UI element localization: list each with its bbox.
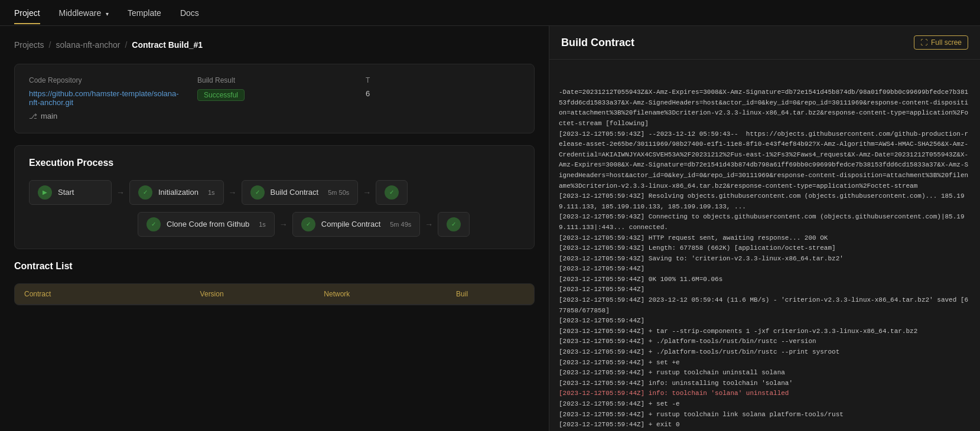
breadcrumb-current: Contract Build_#1 — [132, 40, 203, 50]
start-icon: ▶ — [38, 185, 52, 200]
nav-project-label: Project — [14, 8, 40, 18]
log-content: -Date=20231212T055943Z&X-Amz-Expires=300… — [549, 60, 980, 431]
log-line: [2023-12-12T05:59:44Z] + exit 0 — [559, 420, 971, 430]
step-build-time: 5m 50s — [328, 189, 349, 196]
arrow-1: → — [116, 188, 125, 197]
repo-link[interactable]: https://github.com/hamster-template/sola… — [29, 89, 179, 107]
log-line: [2023-12-12T05:59:44Z] — [559, 316, 971, 326]
process-row-1: ▶ Start → ✓ Initialization 1s → — [29, 180, 520, 205]
log-line: [2023-12-12T05:59:44Z] — [559, 264, 971, 275]
right-panel: Build Contract ⛶ Full scree -Date=202312… — [549, 26, 980, 431]
build-result-label: Build Result — [197, 76, 351, 84]
log-line: [2023-12-12T05:59:44Z] + set +e — [559, 358, 971, 368]
log-line: [2023-12-12T05:59:43Z] Resolving objects… — [559, 191, 971, 212]
breadcrumb-project-name[interactable]: solana-nft-anchor — [56, 40, 120, 50]
col-version: Version — [149, 290, 275, 298]
nav-middleware[interactable]: Middleware ▾ — [59, 2, 109, 24]
nav-docs[interactable]: Docs — [180, 2, 199, 24]
info-grid: Code Repository https://github.com/hamst… — [29, 76, 520, 121]
log-line: [2023-12-12T05:59:44Z] + rustup toolchai… — [559, 410, 971, 420]
arrow-sub-2: → — [425, 220, 433, 229]
log-line: [2023-12-12T05:59:44Z] + tar --strip-com… — [559, 326, 971, 337]
step-start: ▶ Start — [29, 180, 112, 205]
log-line: [2023-12-12T05:59:44Z] 2023-12-12 05:59:… — [559, 295, 971, 316]
next-check-icon: ✓ — [385, 185, 399, 200]
log-line: [2023-12-12T05:59:43Z] Saving to: 'crite… — [559, 254, 971, 265]
log-line: [2023-12-12T05:59:43Z] Length: 677858 (6… — [559, 243, 971, 254]
status-badge: Successful — [197, 89, 245, 101]
nav-template-label: Template — [128, 8, 161, 18]
log-line: [2023-12-12T05:59:44Z] + ./platform-tool… — [559, 337, 971, 347]
col-contract: Contract — [24, 290, 149, 298]
step-initialization: ✓ Initialization 1s — [129, 180, 224, 205]
step-clone-time: 1s — [259, 221, 266, 228]
log-panel-header: Build Contract ⛶ Full scree — [549, 26, 980, 60]
breadcrumb-sep1: / — [49, 40, 51, 50]
step-compile-time: 5m 49s — [390, 221, 411, 228]
log-line: [2023-12-12T05:59:44Z] + set -e — [559, 399, 971, 410]
contract-list-section: Contract List Contract Version Network B… — [14, 261, 535, 305]
execution-card: Execution Process ▶ Start → ✓ Initializa… — [14, 145, 535, 249]
init-check-icon: ✓ — [138, 185, 152, 200]
breadcrumb: Projects / solana-nft-anchor / Contract … — [14, 40, 535, 50]
compile-check-icon: ✓ — [301, 217, 315, 231]
step-build-label: Build Contract — [271, 188, 319, 197]
top-navigation: Project Middleware ▾ Template Docs — [0, 0, 980, 26]
info-card: Code Repository https://github.com/hamst… — [14, 64, 535, 133]
log-line: [2023-12-12T05:59:44Z] + rustup toolchai… — [559, 368, 971, 378]
log-panel-title: Build Contract — [561, 37, 634, 49]
process-row-2: ✓ Clone Code from Github 1s → ✓ Compile … — [138, 212, 520, 237]
log-line: [2023-12-12T05:59:43Z] HTTP request sent… — [559, 233, 971, 244]
arrow-sub-1: → — [279, 220, 288, 229]
code-repo-value: https://github.com/hamster-template/sola… — [29, 89, 183, 107]
arrow-2: → — [229, 188, 237, 197]
step-compile-label: Compile Contract — [321, 220, 380, 228]
log-line: [2023-12-12T05:59:44Z] 0K 100% 11.6M=0.0… — [559, 275, 971, 285]
main-layout: Projects / solana-nft-anchor / Contract … — [0, 26, 980, 431]
nav-template[interactable]: Template — [128, 2, 161, 24]
step-start-label: Start — [58, 188, 74, 197]
log-line: [2023-12-12T05:59:44Z] — [559, 285, 971, 295]
table-header: Contract Version Network Buil — [15, 284, 534, 305]
breadcrumb-sep2: / — [125, 40, 127, 50]
nav-project[interactable]: Project — [14, 2, 40, 24]
third-section: T 6 — [366, 76, 520, 121]
next2-check-icon: ✓ — [447, 217, 461, 231]
log-line: [2023-12-12T05:59:44Z] info: uninstallin… — [559, 378, 971, 389]
step-compile: ✓ Compile Contract 5m 49s — [292, 212, 421, 237]
third-value: 6 — [366, 89, 520, 98]
breadcrumb-projects[interactable]: Projects — [14, 40, 44, 50]
step-clone-label: Clone Code from Github — [167, 220, 249, 228]
contract-list-title: Contract List — [14, 261, 535, 272]
step-clone: ✓ Clone Code from Github 1s — [138, 212, 275, 237]
fullscreen-button[interactable]: ⛶ Full scree — [914, 35, 968, 50]
third-label: T — [366, 76, 520, 84]
chevron-down-icon: ▾ — [106, 11, 109, 17]
code-repo-section: Code Repository https://github.com/hamst… — [29, 76, 183, 121]
clone-check-icon: ✓ — [146, 217, 161, 231]
nav-middleware-label: Middleware — [59, 8, 102, 18]
branch-name: main — [41, 112, 57, 120]
left-panel: Projects / solana-nft-anchor / Contract … — [0, 26, 549, 431]
nav-docs-label: Docs — [180, 8, 199, 18]
col-network: Network — [275, 290, 400, 298]
branch-tag: ⎇ main — [29, 112, 57, 120]
arrow-3: → — [363, 188, 371, 197]
execution-title: Execution Process — [29, 158, 520, 168]
fullscreen-label: Full scree — [931, 38, 962, 47]
step-build-contract: ✓ Build Contract 5m 50s — [242, 180, 359, 205]
log-line: [2023-12-12T05:59:44Z] info: toolchain '… — [559, 388, 971, 399]
build-check-icon: ✓ — [250, 185, 265, 200]
fullscreen-icon: ⛶ — [920, 38, 927, 47]
log-line: [2023-12-12T05:59:44Z] + ./platform-tool… — [559, 347, 971, 358]
branch-icon: ⎇ — [29, 112, 37, 120]
contract-table: Contract Version Network Buil — [14, 283, 535, 305]
code-repo-label: Code Repository — [29, 76, 183, 84]
step-init-label: Initialization — [158, 188, 198, 197]
log-line: -Date=20231212T055943Z&X-Amz-Expires=300… — [559, 87, 971, 129]
log-line: [2023-12-12T05:59:43Z] Connecting to obj… — [559, 212, 971, 233]
col-build: Buil — [399, 290, 525, 298]
build-result-value: Successful — [197, 89, 351, 101]
step-init-time: 1s — [208, 189, 215, 196]
step-next2: ✓ — [438, 212, 470, 237]
